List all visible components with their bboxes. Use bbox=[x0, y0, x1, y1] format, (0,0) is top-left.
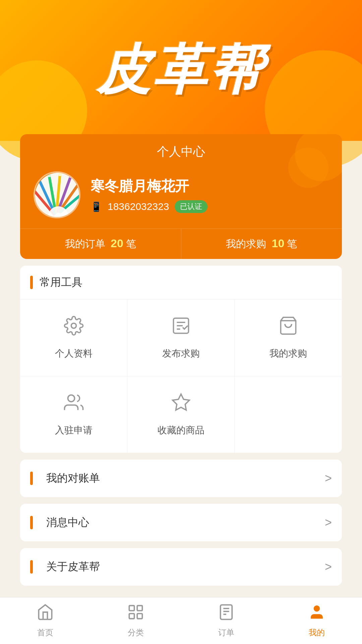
avatar[interactable] bbox=[34, 171, 80, 218]
svg-rect-13 bbox=[79, 179, 80, 183]
svg-rect-9 bbox=[58, 173, 61, 176]
order-icon bbox=[218, 603, 235, 625]
header-background: 皮革帮 bbox=[0, 0, 362, 141]
svg-rect-5 bbox=[37, 177, 41, 181]
tool-publish-label: 发布求购 bbox=[162, 347, 200, 360]
svg-rect-25 bbox=[129, 606, 134, 611]
phone-icon: 📱 bbox=[90, 201, 102, 212]
user-icon bbox=[308, 603, 325, 625]
menu-about[interactable]: 关于皮革帮 > bbox=[20, 548, 342, 586]
tools-section-title: 常用工具 bbox=[40, 275, 82, 290]
svg-rect-7 bbox=[48, 173, 51, 177]
menu-statement[interactable]: 我的对账单 > bbox=[20, 460, 342, 497]
tool-profile[interactable]: 个人资料 bbox=[20, 300, 127, 376]
menu-about-arrow: > bbox=[325, 560, 332, 574]
nav-orders[interactable]: 订单 bbox=[181, 597, 272, 644]
menu-statement-arrow: > bbox=[325, 471, 332, 485]
svg-rect-28 bbox=[137, 613, 142, 619]
section-bar bbox=[30, 276, 33, 289]
menu-bar-2 bbox=[30, 516, 33, 529]
edit-icon bbox=[171, 316, 191, 340]
nav-orders-label: 订单 bbox=[218, 627, 234, 638]
nav-profile-label: 我的 bbox=[309, 627, 325, 638]
main-content: 个人中心 bbox=[20, 134, 342, 586]
nav-category[interactable]: 分类 bbox=[90, 597, 181, 644]
star-icon bbox=[171, 392, 191, 417]
grid-icon bbox=[127, 603, 144, 625]
menu-statement-left: 我的对账单 bbox=[30, 471, 100, 486]
tool-my-purchase[interactable]: 我的求购 bbox=[235, 300, 342, 376]
nav-home[interactable]: 首页 bbox=[0, 597, 90, 644]
verified-badge: 已认证 bbox=[175, 200, 207, 213]
tool-register[interactable]: 入驻申请 bbox=[20, 376, 127, 453]
svg-rect-26 bbox=[137, 606, 142, 611]
svg-point-23 bbox=[68, 395, 74, 402]
svg-point-33 bbox=[314, 606, 319, 611]
stats-row: 我的订单 20笔 我的求购 10笔 bbox=[20, 228, 342, 259]
nav-category-label: 分类 bbox=[128, 627, 144, 638]
svg-point-17 bbox=[71, 323, 76, 328]
card-deco2 bbox=[288, 148, 328, 188]
purchase-stat[interactable]: 我的求购 10笔 bbox=[181, 229, 342, 259]
tool-favorites[interactable]: 收藏的商品 bbox=[127, 376, 235, 453]
app-title: 皮革帮 bbox=[97, 34, 265, 107]
tools-section: 常用工具 个人资料 bbox=[20, 266, 342, 453]
home-icon bbox=[37, 603, 54, 625]
tool-my-purchase-label: 我的求购 bbox=[269, 347, 307, 360]
menu-messages[interactable]: 消息中心 > bbox=[20, 504, 342, 541]
orders-stat[interactable]: 我的订单 20笔 bbox=[20, 229, 181, 259]
menu-about-label: 关于皮革帮 bbox=[46, 559, 100, 574]
menu-about-left: 关于皮革帮 bbox=[30, 559, 100, 574]
menu-statement-label: 我的对账单 bbox=[46, 471, 100, 486]
profile-phone-row: 📱 18362032323 已认证 bbox=[90, 200, 328, 213]
tool-register-label: 入驻申请 bbox=[55, 424, 93, 437]
tools-grid: 个人资料 发布求购 bbox=[20, 300, 342, 453]
profile-details: 寒冬腊月梅花开 📱 18362032323 已认证 bbox=[90, 177, 328, 213]
tools-section-header: 常用工具 bbox=[20, 266, 342, 300]
avatar-image bbox=[35, 173, 80, 218]
menu-messages-arrow: > bbox=[325, 516, 332, 530]
menu-messages-label: 消息中心 bbox=[46, 515, 89, 530]
tool-favorites-label: 收藏的商品 bbox=[158, 424, 204, 437]
svg-rect-29 bbox=[221, 605, 232, 619]
profile-card: 个人中心 bbox=[20, 134, 342, 259]
profile-phone: 18362032323 bbox=[108, 201, 169, 212]
gear-icon bbox=[64, 316, 84, 340]
nav-home-label: 首页 bbox=[37, 627, 53, 638]
menu-bar-1 bbox=[30, 472, 33, 485]
tool-profile-label: 个人资料 bbox=[55, 347, 93, 360]
tool-publish[interactable]: 发布求购 bbox=[127, 300, 235, 376]
basket-icon bbox=[278, 316, 298, 340]
svg-rect-27 bbox=[129, 613, 134, 619]
menu-bar-3 bbox=[30, 560, 33, 574]
users-icon bbox=[64, 392, 84, 417]
svg-marker-24 bbox=[173, 394, 189, 410]
menu-messages-left: 消息中心 bbox=[30, 515, 89, 530]
bottom-nav: 首页 分类 订单 bbox=[0, 597, 362, 644]
nav-profile[interactable]: 我的 bbox=[272, 597, 362, 644]
